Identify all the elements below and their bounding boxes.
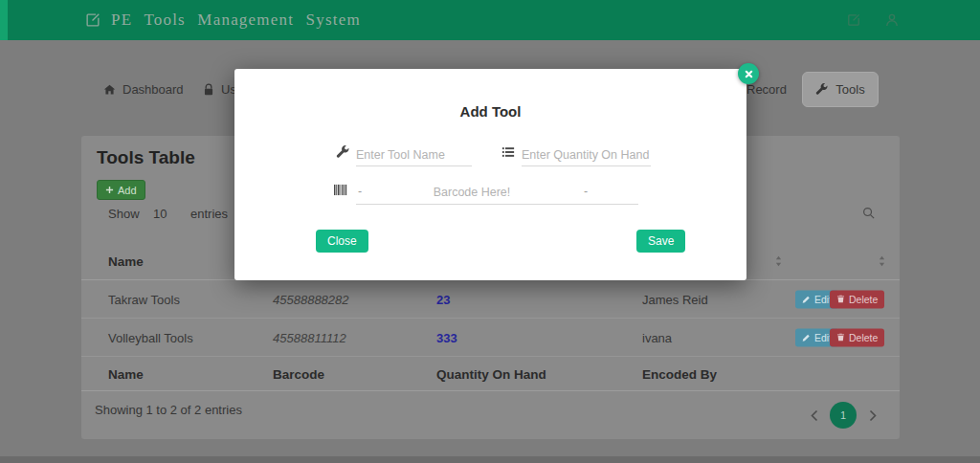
table-footer-row: Name Barcode Quantity On Hand Encoded By xyxy=(81,357,900,391)
add-tool-modal: Add Tool - - xyxy=(234,69,746,280)
home-icon xyxy=(103,83,116,96)
card-title: Tools Table xyxy=(97,147,195,168)
footer-col-quantity: Quantity On Hand xyxy=(436,366,546,381)
sort-icon[interactable] xyxy=(879,256,885,267)
lock-icon xyxy=(203,83,214,96)
nav-tools-label: Tools xyxy=(835,82,864,97)
pagination-next-icon[interactable] xyxy=(869,409,877,422)
app-screen: PE Tools Management System Dashboard xyxy=(0,0,980,463)
barcode-suffix-dash: - xyxy=(584,185,588,198)
footer-col-name: Name xyxy=(108,366,144,381)
delete-button[interactable]: Delete xyxy=(830,328,884,346)
user-account-icon[interactable] xyxy=(884,12,900,28)
cell-name: Volleyball Tools xyxy=(108,330,193,344)
search-icon[interactable] xyxy=(861,206,876,220)
entries-label: entries xyxy=(190,207,228,222)
delete-button[interactable]: Delete xyxy=(830,290,884,308)
delete-button-label: Delete xyxy=(849,332,878,343)
close-icon xyxy=(745,70,753,78)
barcode-icon xyxy=(333,184,347,196)
sort-icon[interactable] xyxy=(775,256,782,267)
pencil-icon xyxy=(802,295,811,303)
compose-icon[interactable] xyxy=(846,12,861,28)
wrench-icon xyxy=(815,83,828,96)
nav-dashboard-label: Dashboard xyxy=(122,82,184,97)
footer-col-barcode: Barcode xyxy=(273,366,324,381)
cell-quantity: 333 xyxy=(436,330,457,344)
pencil-icon xyxy=(802,333,811,342)
trash-icon xyxy=(836,295,845,304)
quantity-input[interactable] xyxy=(522,143,651,166)
modal-close-button[interactable] xyxy=(738,63,759,84)
col-header-name[interactable]: Name xyxy=(108,254,144,269)
modal-close-button-secondary[interactable]: Close xyxy=(316,230,368,253)
show-label: Show xyxy=(108,207,140,222)
footer-col-encoded-by: Encoded By xyxy=(642,366,717,381)
list-icon xyxy=(501,145,515,159)
brand: PE Tools Management System xyxy=(84,0,361,40)
app-header: PE Tools Management System xyxy=(0,0,980,40)
pagination-prev-icon[interactable] xyxy=(811,409,818,422)
pagination-page-button[interactable]: 1 xyxy=(830,402,857,429)
trash-icon xyxy=(836,333,845,342)
app-title: PE Tools Management System xyxy=(111,11,361,30)
nav-record-label: Record xyxy=(746,82,787,97)
cell-encoded-by: ivana xyxy=(642,330,672,344)
modal-save-button[interactable]: Save xyxy=(636,230,685,253)
table-row: Takraw Tools 45588888282 23 James Reid E… xyxy=(81,280,900,319)
header-accent-strip xyxy=(0,0,8,40)
modal-title: Add Tool xyxy=(234,103,746,120)
barcode-prefix-dash: - xyxy=(358,185,362,198)
wrench-icon xyxy=(336,145,349,159)
table-info: Showing 1 to 2 of 2 entries xyxy=(95,403,242,417)
cell-name: Takraw Tools xyxy=(108,292,180,306)
tool-name-input[interactable] xyxy=(356,143,472,166)
cell-encoded-by: James Reid xyxy=(642,292,708,306)
barcode-input[interactable] xyxy=(368,182,576,203)
add-button-label: Add xyxy=(118,185,137,196)
cell-quantity: 23 xyxy=(436,292,450,306)
cell-barcode: 45588888282 xyxy=(273,292,349,306)
add-button[interactable]: Add xyxy=(97,180,145,200)
nav-tools[interactable]: Tools xyxy=(802,72,879,107)
cell-barcode: 45588811112 xyxy=(273,330,346,344)
delete-button-label: Delete xyxy=(849,294,878,305)
barcode-field: - - xyxy=(356,182,638,205)
bottom-strip xyxy=(0,456,980,463)
page-size-select[interactable]: 10 xyxy=(153,207,167,222)
table-row: Volleyball Tools 45588811112 333 ivana E… xyxy=(81,319,900,357)
nav-dashboard[interactable]: Dashboard xyxy=(103,72,184,107)
plus-icon xyxy=(105,186,114,194)
edit-square-icon xyxy=(84,11,101,29)
